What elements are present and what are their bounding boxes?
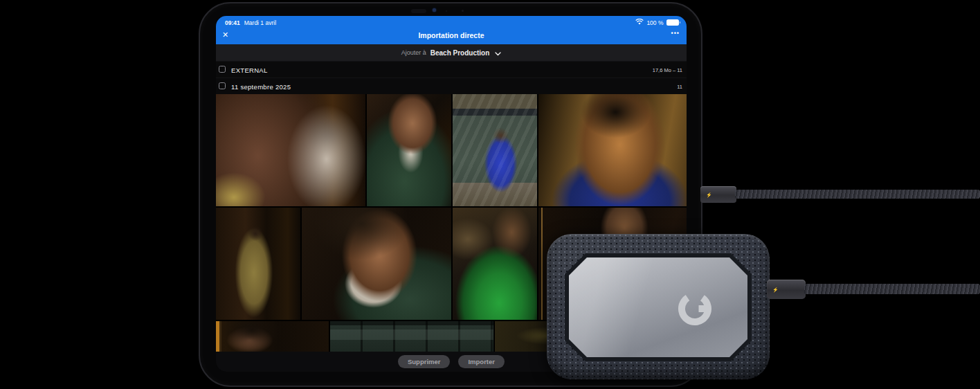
header-bar: 09:41 Mardi 1 avril 100 %: [216, 16, 687, 44]
album-selector[interactable]: Ajouter à Beach Production: [216, 44, 687, 61]
more-options-icon[interactable]: •••: [671, 30, 680, 37]
wifi-icon: [635, 19, 644, 26]
source-meta: 11: [677, 84, 682, 90]
thunderbolt-icon: ⚡: [772, 287, 779, 292]
battery-full-icon: [666, 19, 681, 26]
title-bar: ✕ Importation directe •••: [216, 28, 687, 44]
import-button[interactable]: Importer: [458, 355, 505, 368]
source-label: EXTERNAL: [231, 66, 268, 74]
checkbox-date[interactable]: [219, 82, 226, 89]
source-row-external[interactable]: EXTERNAL 17,6 Mo – 11: [216, 61, 687, 78]
marketing-scene: 09:41 Mardi 1 avril 100 %: [0, 0, 980, 389]
usb-c-connector-bottom: ⚡: [767, 280, 806, 299]
photo-thumbnail-6[interactable]: [302, 208, 451, 320]
source-meta: 17,6 Mo – 11: [653, 67, 682, 73]
checkbox-external[interactable]: [219, 66, 226, 73]
front-camera-icon: [433, 8, 436, 12]
photo-thumbnail-9[interactable]: [216, 321, 329, 352]
status-time: 09:41: [225, 19, 240, 26]
usb-c-cable-top: [735, 190, 980, 199]
photo-thumbnail-5[interactable]: [216, 208, 300, 320]
photo-thumbnail-7[interactable]: [453, 208, 537, 320]
photo-thumbnail-3[interactable]: [453, 94, 537, 206]
usb-c-cable-bottom: [804, 284, 980, 294]
photo-thumbnail-2[interactable]: [367, 94, 451, 206]
source-label: 11 septembre 2025: [231, 83, 291, 91]
page-title: Importation directe: [216, 31, 687, 39]
source-list: EXTERNAL 17,6 Mo – 11 11 septembre 2025 …: [216, 61, 687, 94]
ssd-drive: [547, 234, 770, 379]
delete-button[interactable]: Supprimer: [398, 355, 451, 368]
album-selector-value: Beach Production: [430, 49, 490, 57]
battery-percent: 100 %: [646, 19, 663, 26]
thunderbolt-icon: ⚡: [706, 192, 712, 197]
album-selector-label: Ajouter à: [401, 49, 426, 56]
status-bar: 09:41 Mardi 1 avril 100 %: [216, 18, 687, 28]
g-technology-logo-icon: [675, 289, 714, 328]
status-date: Mardi 1 avril: [244, 19, 276, 26]
ssd-faceplate: [569, 257, 747, 357]
source-row-date[interactable]: 11 septembre 2025 11: [216, 78, 687, 94]
sensor-dot: [462, 10, 464, 12]
chevron-down-icon: [495, 46, 501, 59]
photo-thumbnail-4[interactable]: [538, 94, 687, 206]
mic-dot: [446, 10, 447, 12]
usb-c-connector-top: ⚡: [700, 186, 736, 203]
photo-thumbnail-10[interactable]: [330, 321, 493, 352]
speaker-slot: [411, 9, 426, 13]
photo-thumbnail-1[interactable]: [216, 94, 365, 206]
